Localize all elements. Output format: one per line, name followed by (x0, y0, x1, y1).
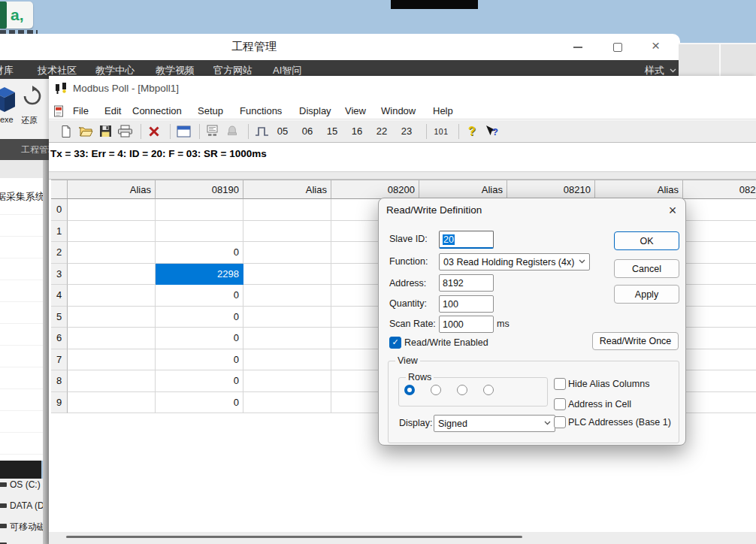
drive-item[interactable]: DATA (D:) (0, 500, 43, 512)
grid-cell[interactable] (683, 328, 756, 349)
drive-item[interactable]: 可移动磁盘 (0, 521, 43, 533)
communication-traffic-icon[interactable] (204, 122, 221, 141)
grid-cell[interactable] (68, 264, 156, 286)
grid-cell[interactable] (68, 285, 156, 307)
grid-cell[interactable]: 0 (156, 242, 243, 264)
read-write-once-button[interactable]: Read/Write Once (592, 332, 679, 350)
grid-cell[interactable] (683, 221, 756, 243)
grid-cell[interactable] (683, 264, 756, 286)
radio-20[interactable] (431, 385, 441, 395)
menu-window[interactable]: Window (381, 105, 416, 116)
grid-cell[interactable]: 2298 (156, 264, 243, 286)
grid-cell[interactable]: 0 (156, 328, 243, 349)
grid-cell[interactable] (683, 242, 756, 264)
drive-item[interactable]: OS (C:) (0, 479, 43, 491)
desktop-shortcut-icon[interactable]: a, (0, 2, 33, 29)
maximize-button[interactable] (612, 42, 623, 53)
exe-cube-icon[interactable] (0, 85, 17, 113)
menu-file[interactable]: File (73, 105, 89, 116)
grid-cell[interactable] (683, 349, 756, 371)
menu-connection[interactable]: Connection (132, 105, 182, 116)
grid-cell[interactable] (243, 370, 331, 392)
grid-cell[interactable]: 0 (156, 307, 243, 328)
grid-cell[interactable] (68, 199, 156, 221)
function-05-button[interactable]: 05 (273, 125, 292, 137)
grid-cell[interactable] (243, 264, 331, 286)
grid-cell[interactable]: 0 (156, 285, 243, 307)
rows-option-100[interactable] (480, 385, 497, 395)
apply-button[interactable]: Apply (614, 285, 679, 304)
scan-rate-field[interactable]: 1000 (439, 316, 494, 333)
grid-cell[interactable] (243, 392, 331, 414)
bg-panel-tab[interactable]: 工程管理 (0, 139, 49, 160)
function-06-button[interactable]: 06 (298, 125, 317, 137)
rows-option-50[interactable] (454, 385, 470, 395)
grid-cell[interactable] (243, 349, 331, 371)
radio-10[interactable] (404, 385, 415, 395)
save-icon[interactable] (97, 122, 113, 141)
grid-cell[interactable] (683, 392, 756, 414)
drive-item[interactable] (0, 539, 43, 544)
document-icon[interactable] (53, 105, 65, 117)
hide-alias-columns-checkbox[interactable] (554, 378, 566, 390)
context-help-icon[interactable]: ? (483, 122, 500, 141)
grid-cell[interactable]: 0 (156, 370, 243, 392)
function-15-button[interactable]: 15 (322, 125, 342, 137)
menu-display[interactable]: Display (299, 105, 331, 116)
pulse-icon[interactable] (253, 122, 270, 141)
grid-cell[interactable] (68, 242, 156, 264)
grid-cell[interactable] (243, 221, 331, 243)
grid-cell[interactable] (68, 221, 156, 243)
open-file-icon[interactable] (77, 122, 94, 141)
new-file-icon[interactable] (58, 122, 74, 141)
restore-icon[interactable] (20, 83, 44, 109)
plc-addresses-base1-checkbox[interactable] (554, 416, 566, 428)
grid-cell[interactable] (243, 242, 331, 264)
help-icon[interactable]: ? (464, 122, 480, 141)
menu-help[interactable]: Help (433, 105, 453, 116)
address-in-cell-checkbox[interactable] (554, 398, 566, 410)
function-select[interactable]: 03 Read Holding Registers (4x) (439, 253, 590, 270)
address-field[interactable]: 8192 (439, 274, 494, 292)
cancel-button[interactable]: Cancel (614, 259, 679, 278)
grid-cell[interactable] (683, 199, 756, 221)
toolbar-101-button[interactable]: 101 (431, 122, 451, 141)
menu-functions[interactable]: Functions (240, 105, 282, 116)
grid-cell[interactable] (243, 328, 331, 349)
print-icon[interactable] (116, 122, 133, 141)
grid-cell[interactable] (243, 285, 331, 307)
menu-edit[interactable]: Edit (104, 105, 121, 116)
grid-cell[interactable] (68, 307, 156, 328)
radio-50[interactable] (457, 385, 467, 395)
grid-cell[interactable] (243, 199, 331, 221)
grid-cell[interactable] (68, 328, 156, 349)
grid-cell[interactable] (156, 221, 243, 243)
close-icon[interactable]: × (664, 202, 681, 219)
grid-cell[interactable] (68, 392, 156, 414)
function-23-button[interactable]: 23 (397, 125, 416, 137)
rows-option-20[interactable] (428, 385, 444, 395)
grid-cell[interactable] (683, 285, 756, 307)
display-select[interactable]: Signed (434, 415, 555, 432)
grid-cell[interactable] (243, 307, 331, 328)
ok-button[interactable]: OK (614, 231, 679, 250)
grid-cell[interactable]: 0 (156, 349, 243, 371)
setup-window-icon[interactable] (175, 122, 192, 141)
slave-id-field[interactable]: 20 (439, 231, 494, 249)
function-16-button[interactable]: 16 (347, 125, 367, 137)
grid-cell[interactable] (156, 199, 243, 221)
disconnect-icon[interactable] (146, 122, 162, 141)
grid-cell[interactable]: 0 (156, 392, 243, 414)
close-icon[interactable]: × (652, 38, 660, 54)
grid-cell[interactable] (683, 370, 756, 392)
function-22-button[interactable]: 22 (372, 125, 392, 137)
menu-setup[interactable]: Setup (198, 105, 223, 116)
read-write-enabled-checkbox[interactable]: ✓ (389, 337, 401, 349)
bg-menu-item-1[interactable]: 材库 (0, 64, 14, 77)
grid-cell[interactable] (68, 370, 156, 392)
rows-option-10[interactable] (401, 385, 418, 395)
grid-cell[interactable] (68, 349, 156, 371)
menu-view[interactable]: View (345, 105, 366, 116)
radio-100[interactable] (483, 385, 494, 395)
quantity-field[interactable]: 100 (439, 295, 494, 313)
